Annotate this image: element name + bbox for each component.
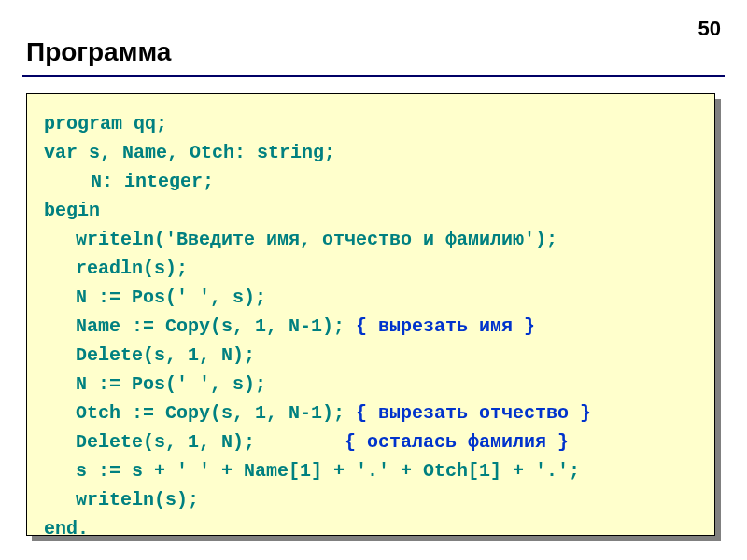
code-line: N: integer;: [44, 167, 698, 196]
code-comment: { осталась фамилия }: [345, 431, 569, 453]
code-line: end.: [44, 514, 698, 543]
code-text: begin: [44, 200, 100, 221]
code-line: var s, Name, Otch: string;: [44, 138, 698, 167]
code-text: program qq;: [44, 113, 167, 134]
title-underline: [22, 75, 725, 77]
code-line: N := Pos(' ', s);: [44, 283, 698, 312]
code-line: program qq;: [44, 109, 698, 138]
code-comment: { вырезать отчество }: [356, 402, 591, 424]
code-text: Otch := Copy(s, 1, N-1);: [76, 402, 356, 424]
code-text: var s, Name, Otch: string;: [44, 142, 335, 163]
code-text: N := Pos(' ', s);: [76, 287, 266, 308]
code-line: Name := Copy(s, 1, N-1); { вырезать имя …: [44, 312, 698, 341]
code-text: N := Pos(' ', s);: [76, 373, 266, 395]
code-comment: { вырезать имя }: [356, 315, 535, 337]
code-line: readln(s);: [44, 254, 698, 283]
code-text: Delete(s, 1, N);: [76, 431, 345, 453]
code-text: N: integer;: [91, 171, 214, 192]
code-line: Delete(s, 1, N); { осталась фамилия }: [44, 427, 698, 456]
code-text: writeln('Введите имя, отчество и фамилию…: [76, 229, 557, 250]
code-text: writeln(s);: [76, 489, 199, 511]
code-container: program qq; var s, Name, Otch: string; N…: [26, 93, 721, 541]
code-text: readln(s);: [76, 258, 188, 279]
code-line: Otch := Copy(s, 1, N-1); { вырезать отче…: [44, 399, 698, 427]
code-line: s := s + ' ' + Name[1] + '.' + Otch[1] +…: [44, 456, 698, 485]
code-text: end.: [44, 518, 89, 539]
code-text: Delete(s, 1, N);: [76, 344, 255, 366]
code-text: Name := Copy(s, 1, N-1);: [76, 315, 356, 337]
code-line: writeln(s);: [44, 485, 698, 514]
code-line: writeln('Введите имя, отчество и фамилию…: [44, 225, 698, 254]
code-line: Delete(s, 1, N);: [44, 341, 698, 370]
code-line: N := Pos(' ', s);: [44, 370, 698, 399]
page-number: 50: [698, 17, 721, 41]
code-box: program qq; var s, Name, Otch: string; N…: [26, 93, 715, 536]
code-text: s := s + ' ' + Name[1] + '.' + Otch[1] +…: [76, 460, 580, 482]
code-line: begin: [44, 196, 698, 225]
page-title: Программа: [26, 37, 171, 67]
